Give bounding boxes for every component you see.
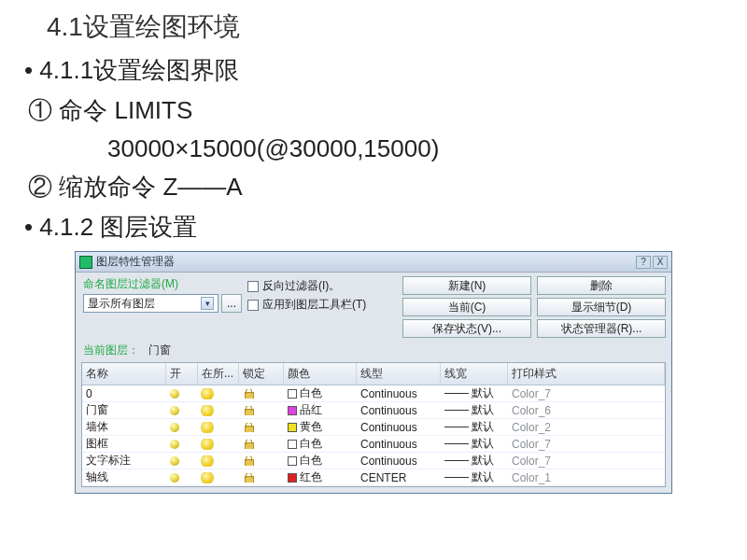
lineweight-icon xyxy=(444,477,469,478)
table-row[interactable]: 图框白色Continuous 默认Color_7 xyxy=(82,436,665,453)
table-row[interactable]: 文字标注白色Continuous 默认Color_7 xyxy=(82,453,665,469)
lock-icon xyxy=(243,456,254,466)
cell-freeze[interactable] xyxy=(198,405,239,416)
cell-name: 轴线 xyxy=(82,469,166,485)
col-header-lock[interactable]: 锁定 xyxy=(239,363,284,385)
bulb-icon xyxy=(170,406,179,415)
cell-lock[interactable] xyxy=(239,473,284,483)
cell-freeze[interactable] xyxy=(198,439,239,450)
cell-lineweight[interactable]: 默认 xyxy=(441,469,508,485)
color-name: 红色 xyxy=(300,469,322,485)
layer-table: 名称 开 在所... 锁定 颜色 线型 线宽 打印样式 0白色Continuou… xyxy=(81,362,666,487)
filter-combo-value: 显示所有图层 xyxy=(88,296,155,312)
lineweight-icon xyxy=(444,460,469,461)
bulb-icon xyxy=(170,473,179,483)
cell-color[interactable]: 黄色 xyxy=(284,419,357,435)
cell-lineweight[interactable]: 默认 xyxy=(441,419,508,435)
color-swatch-icon xyxy=(288,423,297,432)
cell-linetype[interactable]: Continuous xyxy=(357,387,441,400)
cell-name: 图框 xyxy=(82,436,166,452)
col-header-plotstyle[interactable]: 打印样式 xyxy=(508,363,665,385)
filter-browse-button[interactable]: ... xyxy=(221,294,242,313)
invert-filter-checkbox[interactable]: 反向过滤器(I)。 xyxy=(247,278,397,294)
table-row[interactable]: 轴线红色CENTER 默认Color_1 xyxy=(82,469,665,486)
table-row[interactable]: 0白色Continuous 默认Color_7 xyxy=(82,385,665,402)
show-details-button[interactable]: 显示细节(D) xyxy=(537,298,666,316)
cell-on[interactable] xyxy=(166,423,198,432)
cell-lock[interactable] xyxy=(239,440,284,449)
cell-freeze[interactable] xyxy=(198,422,239,433)
lock-icon xyxy=(243,423,254,432)
cell-on[interactable] xyxy=(166,389,198,399)
cell-color[interactable]: 品红 xyxy=(284,402,357,418)
save-state-button[interactable]: 保存状态(V)... xyxy=(402,319,531,338)
cell-on[interactable] xyxy=(166,406,198,415)
lock-icon xyxy=(243,440,254,449)
table-row[interactable]: 门窗品红Continuous 默认Color_6 xyxy=(82,402,665,419)
cell-lineweight[interactable]: 默认 xyxy=(441,453,508,469)
cell-on[interactable] xyxy=(166,473,198,483)
color-swatch-icon xyxy=(288,440,297,449)
col-header-freeze[interactable]: 在所... xyxy=(198,363,239,385)
color-name: 白色 xyxy=(300,385,322,401)
cell-lineweight[interactable]: 默认 xyxy=(441,385,508,401)
cell-linetype[interactable]: Continuous xyxy=(357,438,441,451)
cell-plotstyle: Color_2 xyxy=(508,421,665,434)
color-swatch-icon xyxy=(288,473,297,483)
state-manager-button[interactable]: 状态管理器(R)... xyxy=(537,319,666,338)
cell-linetype[interactable]: Continuous xyxy=(357,421,441,434)
chevron-down-icon[interactable]: ▾ xyxy=(201,297,214,310)
col-header-name[interactable]: 名称 xyxy=(82,363,166,385)
color-swatch-icon xyxy=(288,456,297,466)
cell-plotstyle: Color_7 xyxy=(508,455,665,468)
bulb-icon xyxy=(170,456,179,466)
section-heading: 4.1设置绘图环境 xyxy=(19,9,728,45)
cell-lock[interactable] xyxy=(239,456,284,466)
col-header-on[interactable]: 开 xyxy=(166,363,198,385)
close-button[interactable]: X xyxy=(653,256,668,269)
cell-on[interactable] xyxy=(166,456,198,466)
col-header-color[interactable]: 颜色 xyxy=(284,363,357,385)
delete-button[interactable]: 删除 xyxy=(537,276,666,295)
current-button[interactable]: 当前(C) xyxy=(402,298,531,316)
cell-freeze[interactable] xyxy=(198,455,239,467)
col-header-lineweight[interactable]: 线宽 xyxy=(441,363,508,385)
cell-name: 0 xyxy=(82,387,166,400)
cell-lock[interactable] xyxy=(239,389,284,399)
cell-lock[interactable] xyxy=(239,423,284,432)
color-name: 黄色 xyxy=(300,419,322,435)
sun-icon xyxy=(202,422,213,433)
col-header-linetype[interactable]: 线型 xyxy=(357,363,441,385)
cell-lineweight[interactable]: 默认 xyxy=(441,402,508,418)
cell-color[interactable]: 红色 xyxy=(284,469,357,485)
cell-linetype[interactable]: Continuous xyxy=(357,404,441,417)
cell-plotstyle: Color_1 xyxy=(508,471,665,484)
cell-color[interactable]: 白色 xyxy=(284,385,357,401)
cell-plotstyle: Color_6 xyxy=(508,404,665,417)
help-button[interactable]: ? xyxy=(636,256,651,269)
filter-combo[interactable]: 显示所有图层 ▾ xyxy=(83,294,218,313)
new-button[interactable]: 新建(N) xyxy=(402,276,531,295)
dialog-title: 图层特性管理器 xyxy=(96,254,634,270)
apply-toolbar-checkbox[interactable]: 应用到图层工具栏(T) xyxy=(247,297,397,313)
cell-freeze[interactable] xyxy=(198,472,239,483)
text-line: 4.1.1设置绘图界限 xyxy=(19,54,728,87)
cell-freeze[interactable] xyxy=(198,388,239,399)
table-row[interactable]: 墙体黄色Continuous 默认Color_2 xyxy=(82,419,665,436)
lineweight-icon xyxy=(444,410,469,411)
color-swatch-icon xyxy=(288,406,297,415)
cell-name: 墙体 xyxy=(82,419,166,435)
cell-color[interactable]: 白色 xyxy=(284,436,357,452)
cell-color[interactable]: 白色 xyxy=(284,453,357,469)
cell-lock[interactable] xyxy=(239,406,284,415)
cell-linetype[interactable]: CENTER xyxy=(357,471,441,484)
sun-icon xyxy=(202,439,213,450)
cell-lineweight[interactable]: 默认 xyxy=(441,436,508,452)
sun-icon xyxy=(202,472,213,483)
cell-name: 门窗 xyxy=(82,402,166,418)
bulb-icon xyxy=(170,440,179,449)
cell-linetype[interactable]: Continuous xyxy=(357,455,441,468)
text-line: 30000×15000(@30000,15000) xyxy=(19,134,728,163)
dialog-titlebar[interactable]: 图层特性管理器 ? X xyxy=(76,252,671,273)
cell-on[interactable] xyxy=(166,440,198,449)
